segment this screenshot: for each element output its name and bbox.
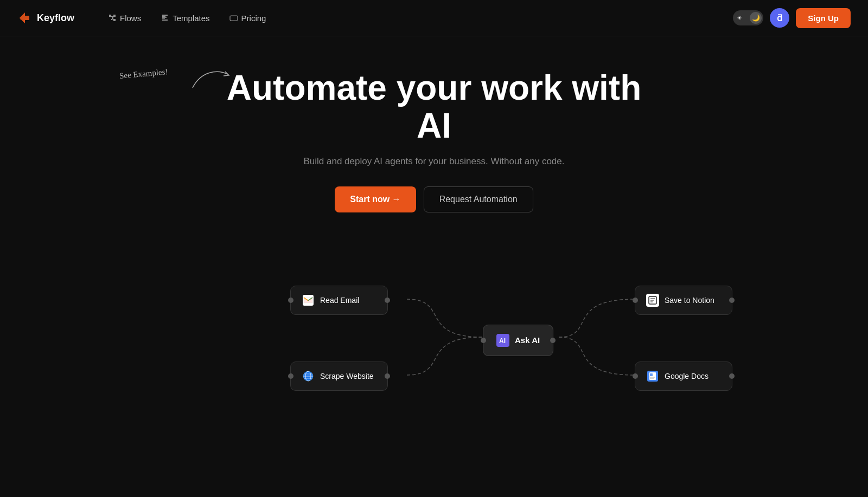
google-docs-icon xyxy=(646,370,659,383)
nav-right: ☀ 🌙 ƌ Sign Up xyxy=(733,8,851,28)
nav-templates-label: Templates xyxy=(173,14,209,23)
nav-flows-label: Flows xyxy=(120,14,141,23)
ask-ai-node: AI Ask AI xyxy=(483,325,553,356)
save-to-notion-left-connector xyxy=(633,298,638,303)
see-examples-annotation: See Examples! xyxy=(119,69,168,79)
read-email-node: Read Email xyxy=(290,286,388,315)
hero-subtitle: Build and deploy AI agents for your busi… xyxy=(303,156,564,167)
svg-rect-2 xyxy=(230,16,238,21)
save-to-notion-label: Save to Notion xyxy=(665,296,714,305)
hero-section: See Examples! Automate your work with AI… xyxy=(0,36,868,429)
signup-button[interactable]: Sign Up xyxy=(796,8,851,28)
hero-buttons: Start now → Request Automation xyxy=(335,186,533,212)
discord-button[interactable]: ƌ xyxy=(770,8,789,28)
nav-pricing[interactable]: Pricing xyxy=(222,9,274,27)
google-docs-label: Google Docs xyxy=(665,372,709,380)
flow-lines-svg xyxy=(163,245,705,429)
hero-title: Automate your work with AI xyxy=(217,69,651,145)
theme-knob: 🌙 xyxy=(750,12,762,24)
scrape-website-right-connector xyxy=(385,373,390,379)
logo[interactable]: Keyflow xyxy=(17,10,74,25)
notion-icon xyxy=(646,294,659,307)
discord-icon: ƌ xyxy=(777,13,782,23)
read-email-right-connector xyxy=(385,298,390,303)
brand-name: Keyflow xyxy=(37,12,74,24)
navbar: Keyflow Flows Templates Pricing ☀ 🌙 xyxy=(0,0,868,36)
nav-links: Flows Templates Pricing xyxy=(100,9,733,27)
request-automation-button[interactable]: Request Automation xyxy=(424,186,533,212)
see-examples-text: See Examples! xyxy=(119,67,168,81)
scrape-website-label: Scrape Website xyxy=(320,372,374,380)
svg-rect-16 xyxy=(650,373,653,376)
start-now-button[interactable]: Start now → xyxy=(335,186,416,212)
web-icon xyxy=(302,370,315,383)
gmail-icon xyxy=(302,294,315,307)
save-to-notion-right-connector xyxy=(729,298,735,303)
nav-pricing-label: Pricing xyxy=(241,14,266,23)
nav-templates[interactable]: Templates xyxy=(153,9,217,27)
ai-icon: AI xyxy=(496,334,509,347)
nav-flows[interactable]: Flows xyxy=(100,9,149,27)
save-to-notion-node: Save to Notion xyxy=(635,286,732,315)
theme-toggle[interactable]: ☀ 🌙 xyxy=(733,10,763,25)
svg-text:AI: AI xyxy=(499,337,506,345)
ask-ai-left-connector xyxy=(481,338,486,343)
google-docs-left-connector xyxy=(633,373,638,379)
flow-diagram: Read Email Scrape Website xyxy=(163,245,705,429)
google-docs-right-connector xyxy=(729,373,735,379)
read-email-label: Read Email xyxy=(320,296,359,305)
read-email-left-connector xyxy=(288,298,293,303)
ask-ai-right-connector xyxy=(550,338,556,343)
sun-icon: ☀ xyxy=(737,15,742,22)
scrape-website-node: Scrape Website xyxy=(290,362,388,391)
scrape-website-left-connector xyxy=(288,373,293,379)
google-docs-node: Google Docs xyxy=(635,362,732,391)
ask-ai-label: Ask AI xyxy=(515,335,540,345)
